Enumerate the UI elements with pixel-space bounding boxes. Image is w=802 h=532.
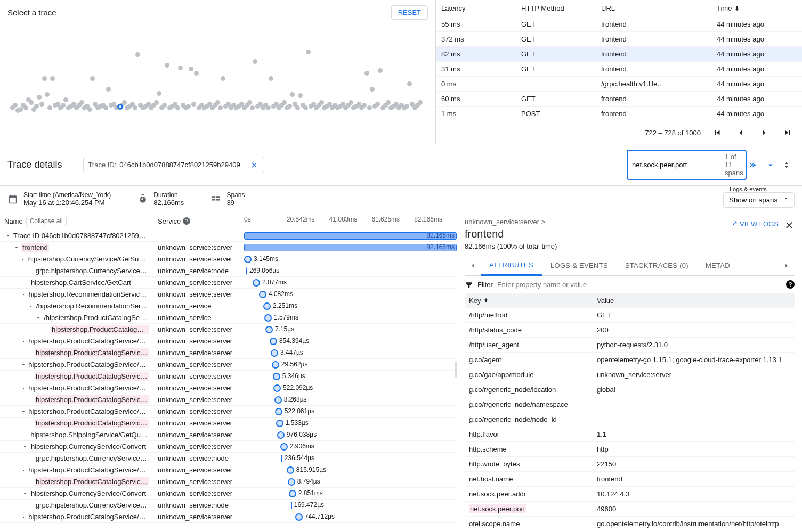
scatter-dot[interactable] [290, 92, 295, 97]
th-url[interactable]: URL [601, 4, 717, 12]
help-icon[interactable]: ? [183, 217, 190, 225]
attribute-row[interactable]: /http/methodGET [465, 308, 795, 323]
tab-stacktraces[interactable]: STACKTRACES (0) [617, 256, 697, 275]
scatter-dot[interactable] [154, 100, 159, 105]
scatter-dot[interactable] [178, 66, 183, 70]
search-next-button[interactable] [763, 158, 779, 172]
scatter-dot[interactable] [247, 100, 252, 105]
scatter-dot[interactable] [122, 100, 127, 105]
expand-toggle[interactable] [21, 468, 27, 473]
expand-toggle[interactable] [21, 339, 27, 344]
scatter-dot[interactable] [191, 102, 196, 107]
scatter-dot[interactable] [306, 50, 311, 54]
attribute-row[interactable]: http.flavor1.1 [465, 427, 795, 442]
span-row[interactable]: hipstershop.ProductCatalogServi...unknow… [0, 324, 457, 335]
expand-toggle[interactable] [22, 491, 29, 496]
trace-row[interactable]: 1 msPOSTfrontend44 minutes ago [436, 107, 802, 121]
span-row[interactable]: hipstershop.ProductCatalogService/Get...… [0, 371, 457, 382]
trace-row[interactable]: 0 ms/grpc.health.v1.He...44 minutes ago [436, 77, 802, 92]
attribute-row[interactable]: /http/status_code200 [465, 323, 795, 338]
scatter-dot[interactable] [90, 76, 95, 81]
tab-scroll-right-button[interactable] [779, 258, 795, 273]
span-row[interactable]: hipstershop.ProductCatalogService/GetPr.… [0, 464, 457, 476]
attribute-row[interactable]: net.host.namefrontend [465, 472, 795, 487]
attribute-row[interactable]: /http/user_agentpython-requests/2.31.0 [465, 338, 795, 353]
scatter-dot[interactable] [266, 105, 271, 110]
scatter-dot[interactable] [135, 52, 140, 57]
attribute-row[interactable]: http.schemehttp [465, 442, 795, 457]
scatter-dot[interactable] [133, 105, 137, 110]
scatter-dot[interactable] [375, 102, 380, 107]
trace-row[interactable]: 60 msGETfrontend44 minutes ago [436, 92, 802, 107]
th-latency[interactable]: Latency [441, 4, 521, 12]
clear-trace-id-button[interactable] [249, 159, 260, 170]
scatter-dot[interactable] [250, 105, 255, 110]
scatter-dot[interactable] [282, 100, 287, 105]
span-row[interactable]: hipstershop.CartService/GetCartunknown_s… [0, 277, 457, 289]
scatter-dot[interactable] [378, 68, 383, 73]
scatter-dot[interactable] [221, 76, 225, 81]
tab-attributes[interactable]: ATTRIBUTES [481, 256, 542, 276]
expand-toggle[interactable] [20, 257, 26, 262]
trace-row[interactable]: 82 msGETfrontend44 minutes ago [436, 47, 802, 62]
scatter-dot[interactable] [18, 107, 23, 112]
resize-handle[interactable] [455, 362, 457, 378]
scatter-dot[interactable] [407, 81, 412, 86]
scatter-dot[interactable] [103, 105, 108, 110]
scatter-dot[interactable] [186, 104, 191, 109]
scatter-dot[interactable] [418, 100, 423, 105]
attribute-row[interactable]: g.co/agentopentelemetry-go 1.15.1; googl… [465, 353, 795, 367]
pager-prev-button[interactable] [734, 126, 748, 140]
scatter-dot[interactable] [34, 104, 39, 109]
tab-metadata[interactable]: METAD [697, 256, 739, 275]
span-row[interactable]: Trace ID 046cb1b0d07888747cf8021259b2940… [0, 230, 457, 242]
expand-toggle[interactable] [21, 514, 27, 520]
reset-button[interactable]: RESET [391, 5, 428, 20]
tab-scroll-left-button[interactable] [465, 258, 481, 273]
th-time[interactable]: Time [717, 4, 797, 12]
scatter-dot[interactable] [298, 93, 303, 98]
expand-toggle[interactable] [14, 245, 20, 250]
scatter-dot[interactable] [367, 105, 372, 110]
trace-id-input[interactable]: Trace ID: 046cb1b0d07888747cf8021259b294… [83, 157, 264, 173]
scatter-dot[interactable] [63, 97, 68, 102]
span-row[interactable]: hipstershop.ProductCatalogService/GetPr.… [0, 382, 457, 394]
span-row[interactable]: frontendunknown_service:server82.166ms [0, 242, 457, 253]
scatter-dot[interactable] [362, 103, 367, 108]
span-row[interactable]: hipstershop.RecommendationService/List..… [0, 289, 457, 300]
scatter-dot[interactable] [303, 105, 308, 110]
pager-first-button[interactable] [710, 126, 724, 140]
span-row[interactable]: hipstershop.CurrencyService/GetSupporte.… [0, 253, 457, 265]
attribute-row[interactable]: g.co/r/generic_node/node_id [465, 412, 795, 427]
filter-input[interactable] [497, 281, 782, 289]
scatter-dot[interactable] [194, 71, 199, 76]
view-logs-link[interactable]: VIEW LOGS [730, 220, 779, 228]
scatter-dot[interactable] [29, 100, 34, 105]
scatter-dot[interactable] [287, 104, 292, 109]
attribute-row[interactable]: net.sock.peer.port49600 [465, 502, 795, 517]
pager-next-button[interactable] [757, 126, 771, 140]
scatter-dot[interactable] [386, 100, 391, 105]
collapse-all-button[interactable]: Collapse all [26, 216, 67, 226]
span-search-input[interactable]: 1 of 11 spans [627, 150, 747, 180]
attribute-row[interactable]: g.co/gae/app/moduleunknown_service:serve… [465, 367, 795, 382]
attribute-row[interactable]: otel.scope.namego.opentelemetry.io/contr… [465, 517, 795, 531]
span-row[interactable]: /hipstershop.RecommendationService/...un… [0, 300, 457, 312]
scatter-dot[interactable] [253, 59, 257, 64]
expand-toggle[interactable] [21, 292, 27, 297]
scatter-dot[interactable] [165, 63, 169, 68]
search-field[interactable] [632, 161, 722, 169]
scatter-dot-selected[interactable] [117, 104, 123, 110]
span-row[interactable]: grpc.hipstershop.CurrencyService/GetS...… [0, 265, 457, 277]
span-row[interactable]: grpc.hipstershop.CurrencyService/Conv...… [0, 453, 457, 464]
attribute-row[interactable]: http.wrote_bytes22150 [465, 457, 795, 472]
logs-events-select[interactable]: Show on spans [723, 192, 795, 208]
scatter-dot[interactable] [13, 103, 18, 108]
scatter-dot[interactable] [61, 103, 66, 108]
scatter-dot[interactable] [189, 67, 193, 71]
th-method[interactable]: HTTP Method [521, 4, 601, 12]
span-row[interactable]: hipstershop.ProductCatalogService/Get...… [0, 347, 457, 359]
trace-row[interactable]: 31 msGETfrontend44 minutes ago [436, 62, 802, 77]
filter-help-icon[interactable]: ? [786, 280, 795, 289]
span-row[interactable]: hipstershop.CurrencyService/Convertunkno… [0, 488, 457, 500]
